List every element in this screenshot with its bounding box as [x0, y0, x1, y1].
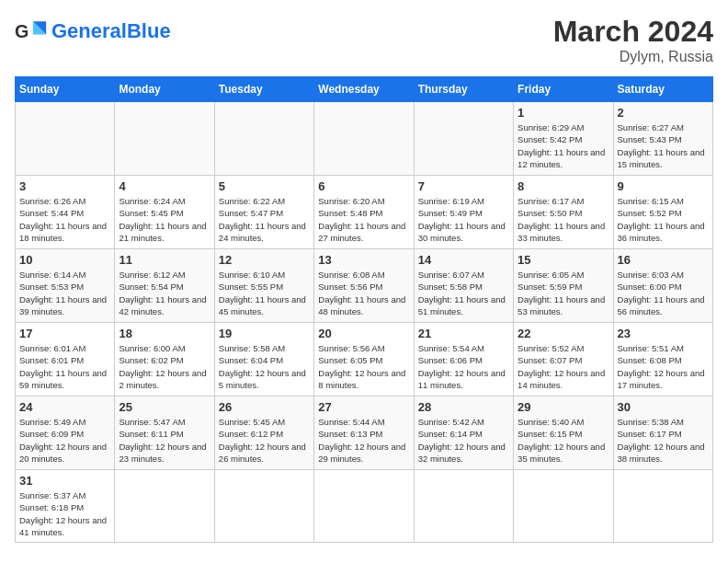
title-block: March 2024 Dylym, Russia	[553, 15, 713, 65]
day-number: 19	[219, 327, 310, 340]
calendar-cell: 6Sunrise: 6:20 AM Sunset: 5:48 PM Daylig…	[314, 176, 414, 249]
calendar-cell	[414, 102, 513, 176]
day-info: Sunrise: 5:58 AM Sunset: 6:04 PM Dayligh…	[219, 342, 310, 391]
calendar-cell: 13Sunrise: 6:08 AM Sunset: 5:56 PM Dayli…	[314, 249, 414, 323]
weekday-header-row: SundayMondayTuesdayWednesdayThursdayFrid…	[16, 77, 713, 102]
calendar-cell: 3Sunrise: 6:26 AM Sunset: 5:44 PM Daylig…	[16, 176, 115, 249]
day-info: Sunrise: 5:44 AM Sunset: 6:13 PM Dayligh…	[318, 416, 409, 465]
calendar-cell: 16Sunrise: 6:03 AM Sunset: 6:00 PM Dayli…	[613, 249, 712, 323]
calendar-cell: 18Sunrise: 6:00 AM Sunset: 6:02 PM Dayli…	[115, 323, 214, 396]
calendar-week-row: 1Sunrise: 6:29 AM Sunset: 5:42 PM Daylig…	[16, 102, 713, 176]
weekday-header-friday: Friday	[514, 77, 613, 102]
calendar-cell: 23Sunrise: 5:51 AM Sunset: 6:08 PM Dayli…	[613, 323, 712, 396]
day-info: Sunrise: 6:17 AM Sunset: 5:50 PM Dayligh…	[518, 195, 609, 244]
day-number: 28	[418, 400, 509, 414]
day-info: Sunrise: 6:03 AM Sunset: 6:00 PM Dayligh…	[618, 269, 709, 317]
calendar-cell: 2Sunrise: 6:27 AM Sunset: 5:43 PM Daylig…	[613, 102, 712, 176]
day-info: Sunrise: 6:29 AM Sunset: 5:42 PM Dayligh…	[518, 121, 609, 170]
day-number: 4	[119, 179, 210, 193]
day-number: 29	[518, 400, 609, 414]
calendar-cell: 30Sunrise: 5:38 AM Sunset: 6:17 PM Dayli…	[613, 396, 712, 470]
weekday-header-sunday: Sunday	[16, 77, 115, 102]
day-info: Sunrise: 5:49 AM Sunset: 6:09 PM Dayligh…	[19, 416, 110, 465]
day-info: Sunrise: 6:15 AM Sunset: 5:52 PM Dayligh…	[618, 195, 709, 244]
calendar-cell: 28Sunrise: 5:42 AM Sunset: 6:14 PM Dayli…	[414, 396, 513, 470]
calendar-cell: 8Sunrise: 6:17 AM Sunset: 5:50 PM Daylig…	[514, 176, 613, 249]
day-number: 23	[618, 327, 709, 340]
calendar-cell: 26Sunrise: 5:45 AM Sunset: 6:12 PM Dayli…	[214, 396, 313, 470]
calendar-cell	[613, 470, 712, 543]
day-info: Sunrise: 6:12 AM Sunset: 5:54 PM Dayligh…	[119, 269, 210, 317]
calendar-cell	[314, 470, 414, 543]
calendar-cell	[414, 470, 513, 543]
day-info: Sunrise: 5:38 AM Sunset: 6:17 PM Dayligh…	[618, 416, 709, 465]
day-info: Sunrise: 5:40 AM Sunset: 6:15 PM Dayligh…	[518, 416, 609, 465]
day-info: Sunrise: 6:07 AM Sunset: 5:58 PM Dayligh…	[418, 269, 509, 317]
day-number: 15	[518, 253, 609, 267]
weekday-header-wednesday: Wednesday	[314, 77, 414, 102]
calendar-cell	[314, 102, 414, 176]
calendar-cell: 1Sunrise: 6:29 AM Sunset: 5:42 PM Daylig…	[514, 102, 613, 176]
day-info: Sunrise: 6:00 AM Sunset: 6:02 PM Dayligh…	[119, 342, 210, 391]
logo-icon: G	[15, 15, 48, 48]
day-info: Sunrise: 5:51 AM Sunset: 6:08 PM Dayligh…	[618, 342, 709, 391]
weekday-header-monday: Monday	[115, 77, 214, 102]
calendar-cell: 14Sunrise: 6:07 AM Sunset: 5:58 PM Dayli…	[414, 249, 513, 323]
calendar-cell: 25Sunrise: 5:47 AM Sunset: 6:11 PM Dayli…	[115, 396, 214, 470]
calendar-cell: 27Sunrise: 5:44 AM Sunset: 6:13 PM Dayli…	[314, 396, 414, 470]
calendar-table: SundayMondayTuesdayWednesdayThursdayFrid…	[15, 76, 713, 543]
calendar-cell: 31Sunrise: 5:37 AM Sunset: 6:18 PM Dayli…	[16, 470, 115, 543]
weekday-header-thursday: Thursday	[414, 77, 513, 102]
day-number: 1	[518, 106, 609, 120]
day-number: 25	[119, 400, 210, 414]
day-info: Sunrise: 5:37 AM Sunset: 6:18 PM Dayligh…	[19, 489, 110, 538]
calendar-cell: 17Sunrise: 6:01 AM Sunset: 6:01 PM Dayli…	[16, 323, 115, 396]
calendar-cell: 4Sunrise: 6:24 AM Sunset: 5:45 PM Daylig…	[115, 176, 214, 249]
day-info: Sunrise: 6:27 AM Sunset: 5:43 PM Dayligh…	[618, 121, 709, 170]
day-info: Sunrise: 6:20 AM Sunset: 5:48 PM Dayligh…	[318, 195, 409, 244]
calendar-week-row: 31Sunrise: 5:37 AM Sunset: 6:18 PM Dayli…	[16, 470, 713, 543]
day-info: Sunrise: 5:47 AM Sunset: 6:11 PM Dayligh…	[119, 416, 210, 465]
calendar-cell: 24Sunrise: 5:49 AM Sunset: 6:09 PM Dayli…	[16, 396, 115, 470]
calendar-cell: 29Sunrise: 5:40 AM Sunset: 6:15 PM Dayli…	[514, 396, 613, 470]
location: Dylym, Russia	[553, 49, 713, 65]
day-number: 27	[318, 400, 409, 414]
calendar-week-row: 10Sunrise: 6:14 AM Sunset: 5:53 PM Dayli…	[16, 249, 713, 323]
calendar-cell: 21Sunrise: 5:54 AM Sunset: 6:06 PM Dayli…	[414, 323, 513, 396]
day-number: 12	[219, 253, 310, 267]
day-number: 30	[618, 400, 709, 414]
day-info: Sunrise: 5:45 AM Sunset: 6:12 PM Dayligh…	[219, 416, 310, 465]
day-info: Sunrise: 5:42 AM Sunset: 6:14 PM Dayligh…	[418, 416, 509, 465]
day-number: 10	[19, 253, 110, 267]
weekday-header-tuesday: Tuesday	[214, 77, 313, 102]
day-number: 18	[119, 327, 210, 340]
day-number: 2	[618, 106, 709, 120]
calendar-cell: 20Sunrise: 5:56 AM Sunset: 6:05 PM Dayli…	[314, 323, 414, 396]
day-number: 26	[219, 400, 310, 414]
calendar-cell: 10Sunrise: 6:14 AM Sunset: 5:53 PM Dayli…	[16, 249, 115, 323]
calendar-week-row: 3Sunrise: 6:26 AM Sunset: 5:44 PM Daylig…	[16, 176, 713, 249]
page-header: G GeneralBlue March 2024 Dylym, Russia	[15, 15, 713, 65]
calendar-cell: 12Sunrise: 6:10 AM Sunset: 5:55 PM Dayli…	[214, 249, 313, 323]
day-number: 20	[318, 327, 409, 340]
day-number: 14	[418, 253, 509, 267]
month-year: March 2024	[553, 15, 713, 49]
day-number: 21	[418, 327, 509, 340]
calendar-cell: 19Sunrise: 5:58 AM Sunset: 6:04 PM Dayli…	[214, 323, 313, 396]
logo: G GeneralBlue	[15, 15, 171, 48]
calendar-cell	[514, 470, 613, 543]
calendar-week-row: 24Sunrise: 5:49 AM Sunset: 6:09 PM Dayli…	[16, 396, 713, 470]
calendar-week-row: 17Sunrise: 6:01 AM Sunset: 6:01 PM Dayli…	[16, 323, 713, 396]
day-info: Sunrise: 5:54 AM Sunset: 6:06 PM Dayligh…	[418, 342, 509, 391]
calendar-cell: 9Sunrise: 6:15 AM Sunset: 5:52 PM Daylig…	[613, 176, 712, 249]
day-info: Sunrise: 5:52 AM Sunset: 6:07 PM Dayligh…	[518, 342, 609, 391]
svg-text:G: G	[15, 21, 28, 41]
calendar-cell: 15Sunrise: 6:05 AM Sunset: 5:59 PM Dayli…	[514, 249, 613, 323]
day-info: Sunrise: 6:22 AM Sunset: 5:47 PM Dayligh…	[219, 195, 310, 244]
day-number: 16	[618, 253, 709, 267]
day-info: Sunrise: 6:14 AM Sunset: 5:53 PM Dayligh…	[19, 269, 110, 317]
day-info: Sunrise: 6:19 AM Sunset: 5:49 PM Dayligh…	[418, 195, 509, 244]
day-number: 8	[518, 179, 609, 193]
logo-text: GeneralBlue	[51, 21, 171, 41]
calendar-cell	[16, 102, 115, 176]
